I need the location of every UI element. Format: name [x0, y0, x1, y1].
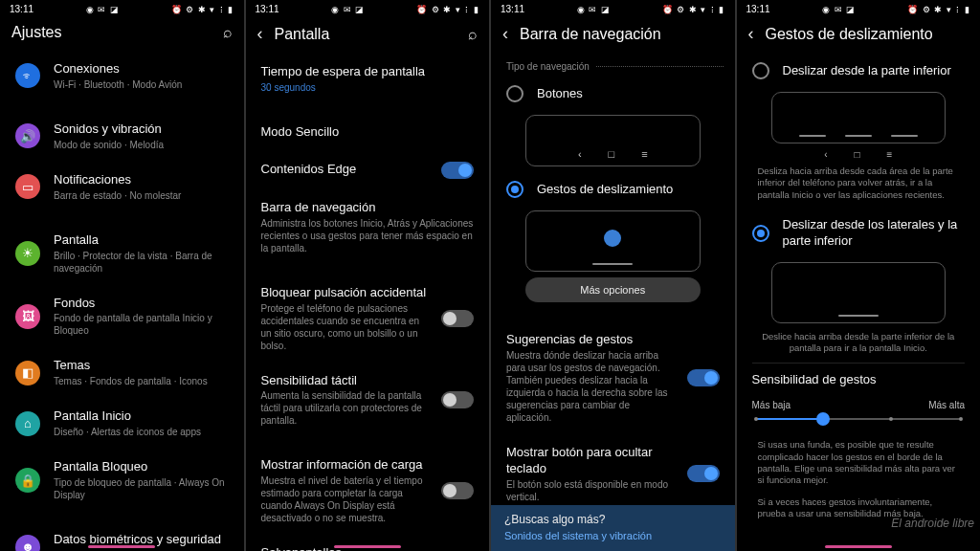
- display-row[interactable]: Salvapantallas: [246, 535, 490, 551]
- radio-icon[interactable]: [506, 85, 523, 102]
- status-left-icons: ◉ ✉ ◪: [86, 5, 120, 14]
- label: Mostrar botón para ocultar teclado: [506, 445, 674, 477]
- label: Gestos de deslizamiento: [537, 182, 720, 198]
- status-bar: 13:11 ◉ ✉ ◪ ⏰ ⚙ ✱ ▾ ⫶ ▮: [491, 0, 735, 16]
- header: ‹ Gestos de deslizamiento: [737, 16, 981, 54]
- status-right-icons: ⏰ ⚙ ✱ ▾ ⫶ ▮: [662, 5, 725, 14]
- display-row[interactable]: Mostrar información de carga Muestra el …: [246, 447, 490, 535]
- settings-row[interactable]: 🔒 Pantalla Bloqueo Tipo de bloqueo de pa…: [0, 449, 244, 512]
- back-icon[interactable]: ‹: [502, 24, 508, 44]
- sub: Protege el teléfono de pulsaciones accid…: [261, 302, 429, 352]
- settings-row[interactable]: ⌂ Pantalla Inicio Diseño · Alertas de ic…: [0, 398, 244, 449]
- label: Pantalla Bloqueo: [54, 459, 229, 475]
- home-indicator[interactable]: [88, 545, 155, 548]
- radio-from-sides[interactable]: Deslizar desde los laterales y la parte …: [737, 209, 981, 258]
- settings-row[interactable]: ◧ Temas Temas · Fondos de pantalla · Ico…: [0, 347, 244, 398]
- search-icon[interactable]: ⌕: [468, 26, 478, 43]
- three-bars-icon: [799, 135, 918, 137]
- back-icon[interactable]: ‹: [257, 24, 263, 44]
- settings-row[interactable]: ▭ Notificaciones Barra de estado · No mo…: [0, 162, 244, 212]
- sub: El botón solo está disponible en modo ve…: [506, 478, 674, 503]
- home-key-icon: □: [609, 148, 615, 160]
- back-icon[interactable]: ‹: [748, 24, 754, 44]
- page-title: Gestos de deslizamiento: [766, 26, 969, 43]
- nav-icons-row: ‹ □ ≡: [737, 149, 981, 160]
- label: Mostrar información de carga: [261, 457, 429, 474]
- settings-row[interactable]: 🔊 Sonidos y vibración Modo de sonido · M…: [0, 111, 244, 162]
- status-left-icons: ◉ ✉ ◪: [577, 5, 611, 14]
- settings-row[interactable]: ᯤ Conexiones Wi-Fi · Bluetooth · Modo Av…: [0, 51, 244, 101]
- row-screen-timeout[interactable]: Tiempo de espera de pantalla 30 segundos: [246, 54, 490, 104]
- label: Botones: [537, 86, 720, 102]
- label: Tiempo de espera de pantalla: [261, 64, 475, 80]
- row-hide-keyboard-btn[interactable]: Mostrar botón para ocultar teclado El bo…: [491, 434, 735, 505]
- sub: Aumenta la sensibilidad de la pantalla t…: [261, 389, 429, 427]
- sub: Muestra el nivel de batería y el tiempo …: [261, 474, 429, 524]
- label: Pantalla: [54, 232, 229, 249]
- label: Contenidos Edge: [261, 162, 429, 178]
- category-icon: 🔊: [15, 123, 40, 148]
- toggle[interactable]: [441, 310, 474, 327]
- settings-row[interactable]: ☀ Pantalla Brillo · Protector de la vist…: [0, 222, 244, 285]
- home-indicator[interactable]: [334, 545, 401, 548]
- label: Modo Sencillo: [261, 124, 475, 141]
- caption: Desliza hacia arriba desde cada área de …: [737, 164, 981, 209]
- sensitivity-slider[interactable]: Más baja Más alta: [737, 396, 981, 437]
- display-row[interactable]: Contenidos Edge: [246, 151, 490, 189]
- row-gesture-hints[interactable]: Sugerencias de gestos Muestra dónde desl…: [491, 321, 735, 434]
- category-icon: ☀: [15, 241, 40, 266]
- screen-swipe-gestures: 13:11 ◉ ✉ ◪ ⏰ ⚙ ✱ ▾ ⫶ ▮ ‹ Gestos de desl…: [737, 0, 981, 551]
- settings-list[interactable]: ᯤ Conexiones Wi-Fi · Bluetooth · Modo Av…: [0, 51, 244, 551]
- search-icon[interactable]: ⌕: [223, 24, 233, 41]
- status-bar: 13:11 ◉ ✉ ◪ ⏰ ⚙ ✱ ▾ ⫶ ▮: [246, 0, 490, 16]
- status-time: 13:11: [501, 4, 524, 14]
- recents-key-icon: ≡: [641, 148, 647, 160]
- radio-icon[interactable]: [506, 181, 523, 198]
- sub: Tipo de bloqueo de pantalla · Always On …: [54, 476, 229, 501]
- row-gesture-sensitivity: Sensibilidad de gestos: [737, 364, 981, 397]
- radio-gestos[interactable]: Gestos de deslizamiento: [491, 172, 735, 207]
- display-row[interactable]: Sensibilidad táctil Aumenta la sensibili…: [246, 363, 490, 438]
- display-row[interactable]: Modo Sencillo: [246, 114, 490, 151]
- toggle[interactable]: [687, 465, 720, 482]
- radio-icon[interactable]: [752, 62, 769, 79]
- header: Ajustes ⌕: [0, 16, 244, 51]
- display-row[interactable]: Barra de navegación Administra los boton…: [246, 189, 490, 265]
- display-row[interactable]: Bloquear pulsación accidental Protege el…: [246, 275, 490, 363]
- toggle[interactable]: [441, 162, 474, 179]
- sub: Fondo de pantalla de pantalla Inicio y B…: [54, 312, 229, 337]
- radio-icon[interactable]: [752, 225, 769, 242]
- sub: Modo de sonido · Melodía: [54, 139, 229, 151]
- sub: Temas · Fondos de pantalla · Iconos: [54, 375, 229, 387]
- sub: Administra los botones Inicio, Atrás y A…: [261, 217, 475, 254]
- radio-from-bottom[interactable]: Deslizar desde la parte inferior: [737, 54, 981, 88]
- slider-high-label: Más alta: [928, 400, 965, 410]
- recents-key-icon: ≡: [887, 149, 893, 160]
- home-indicator[interactable]: [825, 545, 892, 548]
- back-key-icon: ‹: [578, 148, 582, 160]
- settings-row[interactable]: 🖼 Fondos Fondo de pantalla de pantalla I…: [0, 285, 244, 348]
- display-settings-list[interactable]: Tiempo de espera de pantalla 30 segundos…: [246, 54, 490, 551]
- status-right-icons: ⏰ ⚙ ✱ ▾ ⫶ ▮: [171, 5, 234, 14]
- toggle[interactable]: [441, 391, 474, 408]
- radio-botones[interactable]: Botones: [491, 77, 735, 111]
- more-options-button[interactable]: Más opciones: [525, 277, 701, 302]
- header: ‹ Pantalla ⌕: [246, 16, 490, 54]
- gesture-bar-icon: [838, 315, 879, 317]
- slider-thumb[interactable]: [816, 412, 830, 426]
- banner-question: ¿Buscas algo más?: [504, 513, 722, 526]
- toggle[interactable]: [687, 369, 720, 386]
- status-right-icons: ⏰ ⚙ ✱ ▾ ⫶ ▮: [416, 5, 479, 14]
- status-bar: 13:11 ◉ ✉ ◪ ⏰ ⚙ ✱ ▾ ⫶ ▮: [0, 0, 244, 16]
- status-left-icons: ◉ ✉ ◪: [331, 5, 365, 14]
- label: Bloquear pulsación accidental: [261, 285, 429, 301]
- gesture-bar-icon: [592, 263, 633, 265]
- search-suggestion-banner[interactable]: ¿Buscas algo más? Sonidos del sistema y …: [491, 505, 735, 551]
- label: Sonidos y vibración: [54, 121, 229, 138]
- banner-link[interactable]: Sonidos del sistema y vibración: [504, 530, 722, 541]
- category-icon: ⌂: [15, 411, 40, 436]
- category-icon: ☻: [15, 535, 40, 551]
- status-bar: 13:11 ◉ ✉ ◪ ⏰ ⚙ ✱ ▾ ⫶ ▮: [737, 0, 981, 16]
- toggle[interactable]: [441, 482, 474, 499]
- label: Sensibilidad de gestos: [752, 372, 966, 388]
